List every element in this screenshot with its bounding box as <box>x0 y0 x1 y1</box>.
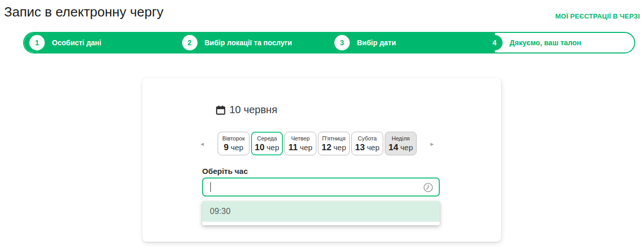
text-caret <box>210 182 211 192</box>
day-card-sunday-disabled: Неділя 14 чер <box>385 132 417 155</box>
day-number: 10 <box>255 143 264 152</box>
step-label: Вибір локації та послуги <box>205 39 292 47</box>
step-label: Дякуємо, ваш талон <box>510 39 581 47</box>
day-card-thursday[interactable]: Четвер 11 чер <box>284 132 316 155</box>
step-number-badge: 4 <box>487 35 503 50</box>
day-card-wednesday-selected[interactable]: Середа 10 чер <box>251 132 283 155</box>
day-name: Неділя <box>391 135 409 143</box>
time-input[interactable] <box>202 177 440 197</box>
selected-date-heading: 10 червня <box>216 104 277 116</box>
queue-booking-page: Запис в електронну чергу МОЇ РЕЄСТРАЦІЇ … <box>0 0 644 249</box>
step-number-badge: 1 <box>29 35 45 50</box>
day-card-saturday[interactable]: Субота 13 чер <box>351 132 383 155</box>
day-number: 11 <box>289 143 298 152</box>
day-month: чер <box>231 143 244 152</box>
page-title: Запис в електронну чергу <box>4 4 164 20</box>
day-month: чер <box>266 143 279 152</box>
clock-icon <box>423 182 434 193</box>
day-month: чер <box>300 143 313 152</box>
my-registrations-link[interactable]: МОЇ РЕЄСТРАЦІЇ В ЧЕРЗІ <box>556 12 640 20</box>
next-days-arrow-icon[interactable]: ▸ <box>429 140 435 147</box>
day-name: Субота <box>358 135 377 143</box>
day-month: чер <box>333 143 346 152</box>
day-card-tuesday[interactable]: Вівторок 9 чер <box>218 132 249 155</box>
prev-days-arrow-icon[interactable]: ◂ <box>199 140 205 147</box>
day-picker: ◂ Вівторок 9 чер Середа 10 чер Четвер 11… <box>199 132 435 155</box>
wizard-stepper: 1 Особисті дані 2 Вибір локації та послу… <box>23 32 635 54</box>
step-number-badge: 3 <box>334 35 350 50</box>
day-number: 14 <box>388 143 398 152</box>
day-month: чер <box>400 143 413 152</box>
step-ticket[interactable]: 4 Дякуємо, ваш талон <box>482 33 635 52</box>
day-number: 13 <box>355 143 365 152</box>
step-number-badge: 2 <box>182 35 198 50</box>
day-name: П'ятниця <box>322 135 345 143</box>
day-card-friday[interactable]: П'ятниця 12 чер <box>318 132 350 155</box>
step-location-service[interactable]: 2 Вибір локації та послуги <box>177 33 330 52</box>
step-date-choice[interactable]: 3 Вибір дати <box>329 33 482 52</box>
day-month: чер <box>367 143 380 152</box>
step-label: Вибір дати <box>357 39 396 47</box>
day-number: 9 <box>224 143 228 152</box>
time-options-dropdown: 09:30 <box>202 201 440 225</box>
time-select-label: Оберіть час <box>202 167 248 175</box>
step-label: Особисті дані <box>52 39 101 47</box>
day-name: Вівторок <box>222 135 244 143</box>
step-personal-data[interactable]: 1 Особисті дані <box>24 33 177 52</box>
day-name: Середа <box>257 135 277 143</box>
day-number: 12 <box>321 143 331 152</box>
selected-date-text: 10 червня <box>229 104 277 116</box>
time-option-0930[interactable]: 09:30 <box>202 201 440 222</box>
day-name: Четвер <box>291 135 310 143</box>
booking-card: 10 червня ◂ Вівторок 9 чер Середа 10 чер… <box>142 78 501 242</box>
calendar-icon <box>216 105 226 115</box>
